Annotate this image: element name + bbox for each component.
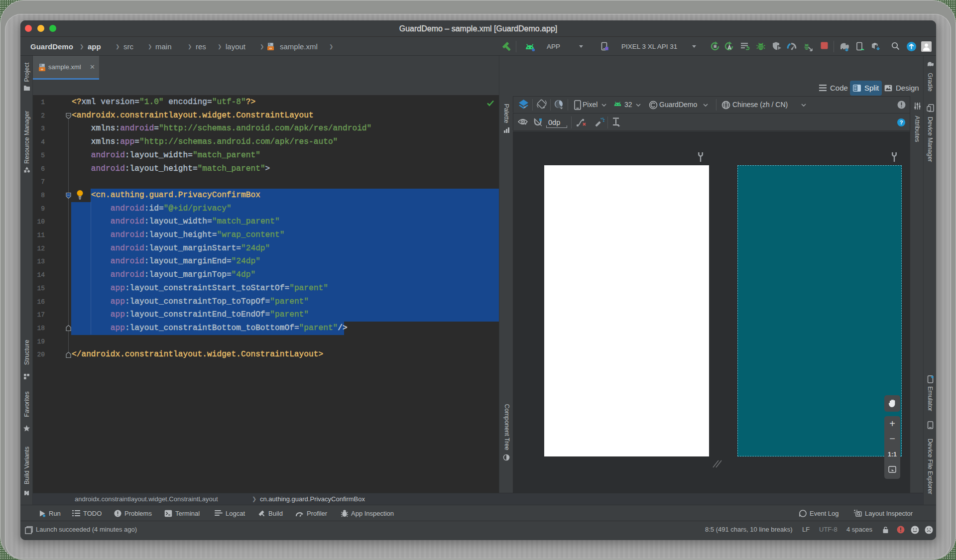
svg-text:‹›: ‹› xyxy=(41,67,43,72)
svg-text:‹›: ‹› xyxy=(269,46,272,51)
svg-text:?: ? xyxy=(900,119,903,125)
